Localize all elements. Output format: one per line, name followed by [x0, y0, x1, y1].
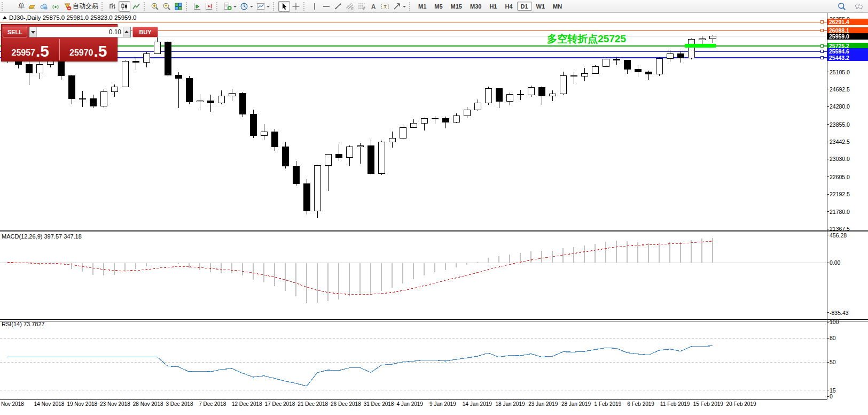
volume-decrease-button[interactable]: [29, 27, 37, 37]
price-tick: 23030.0: [830, 156, 850, 162]
toolbar-button-label: 单: [18, 2, 25, 11]
zoom-in-button[interactable]: [149, 1, 161, 12]
timeframe-h4[interactable]: H4: [501, 2, 516, 11]
signals-button[interactable]: [50, 1, 61, 12]
zoom-out-button[interactable]: [161, 1, 173, 12]
price-tick: 22192.5: [830, 191, 850, 197]
price-line-label: 25594.6: [827, 48, 868, 55]
templates-button[interactable]: [255, 1, 271, 12]
svg-text:E: E: [351, 7, 354, 11]
svg-text:A: A: [371, 3, 376, 10]
channel-icon: E: [346, 2, 354, 11]
volume-input[interactable]: [37, 27, 123, 37]
chat-button[interactable]: [853, 1, 865, 12]
date-tick: 9 Jan 2019: [429, 401, 456, 407]
templates-icon: [256, 2, 265, 11]
macd-tick: 0.00: [830, 259, 840, 266]
autotrading-button[interactable]: 自动交易: [61, 1, 100, 12]
line-chart-button[interactable]: [130, 1, 142, 12]
chat-icon: [855, 2, 863, 11]
new-order-button[interactable]: 单: [7, 1, 26, 12]
trendline-button[interactable]: [332, 1, 344, 12]
chevron-down-icon: [267, 6, 270, 9]
timeframe-m30[interactable]: M30: [466, 2, 485, 11]
toolbar-grip: [273, 2, 276, 11]
sell-button[interactable]: SELL: [3, 27, 27, 37]
chevron-down-icon: [403, 6, 406, 9]
buy-button[interactable]: BUY: [132, 27, 158, 37]
rsi-tick: 0: [830, 393, 833, 399]
text-button[interactable]: A: [367, 1, 379, 12]
bar-chart-button[interactable]: [107, 1, 119, 12]
date-tick: 23 Nov 2018: [100, 401, 130, 407]
timeframe-w1[interactable]: W1: [533, 2, 549, 11]
chevron-down-icon: [250, 6, 253, 9]
buy-price-int: 25970: [69, 47, 93, 59]
timeframe-h1[interactable]: H1: [486, 2, 501, 11]
zoom-in-icon: [151, 2, 159, 11]
chart-title-bar: DJ30-,Daily 25875.0 25981.0 25823.0 2595…: [3, 14, 137, 21]
equidistant-channel-button[interactable]: E: [344, 1, 356, 12]
svg-text:F: F: [363, 7, 365, 11]
date-tick: 4 Jan 2019: [396, 401, 423, 407]
cloud-button[interactable]: [38, 1, 50, 12]
date-tick: 20 Feb 2019: [726, 401, 756, 407]
signal-icon: [51, 2, 60, 11]
date-tick: Nov 2018: [1, 401, 24, 407]
rsi-tick: 15: [830, 387, 836, 394]
search-icon: [838, 2, 846, 11]
sell-price-int: 25957: [11, 47, 35, 59]
timeframe-m15[interactable]: M15: [447, 2, 466, 11]
chart-shift-button[interactable]: [203, 1, 215, 12]
toolbar-grip: [144, 2, 147, 11]
date-tick: 21 Dec 2018: [298, 401, 328, 407]
cursor-button[interactable]: [278, 1, 290, 12]
date-tick: 19 Nov 2018: [67, 401, 97, 407]
date-tick: 3 Dec 2018: [166, 401, 193, 407]
deposit-button[interactable]: [26, 1, 38, 12]
candlestick-chart-button[interactable]: [119, 1, 130, 12]
timeframe-m1[interactable]: M1: [415, 2, 430, 11]
toolbar: 单自动交易EFAT M1M5M15M30H1H4D1W1MN: [0, 0, 868, 13]
fibonacci-button[interactable]: F: [356, 1, 367, 12]
date-tick: 14 Jan 2019: [463, 401, 492, 407]
date-tick: 12 Dec 2018: [232, 401, 262, 407]
candlestick-icon: [120, 2, 129, 11]
vertical-line-button[interactable]: [309, 1, 320, 12]
toolbar-button-label: 自动交易: [73, 2, 98, 11]
rsi-tick: 80: [830, 335, 836, 341]
text-label-button[interactable]: T: [379, 1, 391, 12]
price-line-label: 25443.2: [827, 55, 868, 61]
crosshair-button[interactable]: [290, 1, 302, 12]
price-tick: 25105.0: [830, 69, 850, 75]
auto-scroll-button[interactable]: [191, 1, 203, 12]
timeframe-d1[interactable]: D1: [517, 2, 532, 11]
indicators-button[interactable]: [222, 1, 238, 12]
price-tick: 24280.0: [830, 103, 850, 110]
horizontal-line-button[interactable]: [320, 1, 332, 12]
periods-button[interactable]: [238, 1, 255, 12]
new-order-icon: [9, 2, 17, 11]
price-tick: 21367.5: [830, 226, 850, 232]
bar-chart-icon: [108, 2, 117, 11]
sell-price: 25957.5: [2, 39, 59, 61]
buy-price-dec: .5: [93, 43, 107, 59]
chart-title: DJ30-,Daily 25875.0 25981.0 25823.0 2595…: [9, 14, 137, 21]
collapse-panel-arrow-icon[interactable]: [3, 16, 7, 19]
volume-increase-button[interactable]: [123, 27, 130, 37]
price-tick: 24692.5: [830, 86, 850, 93]
timeframe-m5[interactable]: M5: [431, 2, 446, 11]
rsi-tick: 100: [830, 319, 839, 325]
date-tick: 14 Nov 2018: [34, 401, 65, 407]
arrow-shapes-button[interactable]: [391, 1, 408, 12]
date-tick: 17 Dec 2018: [265, 401, 295, 407]
timeframe-mn[interactable]: MN: [549, 2, 566, 11]
search-button[interactable]: [836, 1, 848, 12]
arrow-down-icon: [31, 31, 35, 36]
chart-annotation: 多空转折点25725: [547, 32, 626, 46]
tile-windows-button[interactable]: [173, 1, 184, 12]
current-price-label: 25959.0: [827, 33, 868, 40]
chart-canvas[interactable]: [0, 0, 868, 415]
volume-stepper: [29, 27, 131, 37]
fibonacci-icon: F: [357, 2, 366, 11]
